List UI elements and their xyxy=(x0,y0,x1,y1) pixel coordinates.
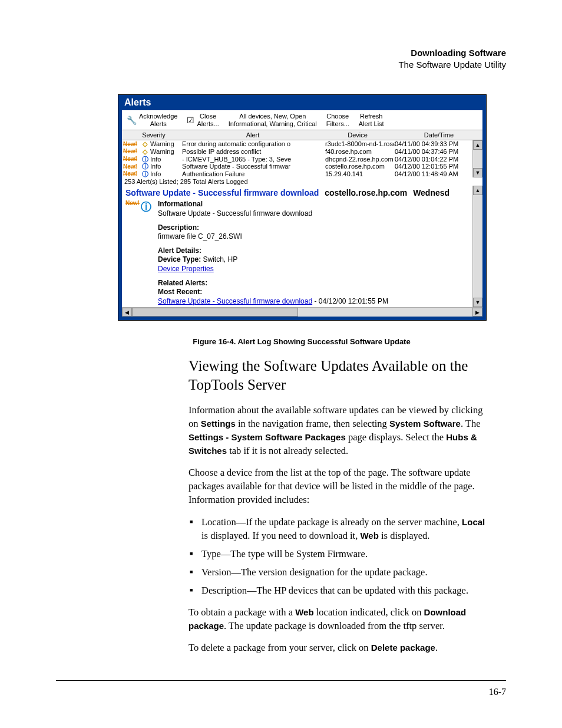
paragraph: Information about the available software… xyxy=(189,403,491,457)
acknowledge-alerts-button[interactable]: 🔧 Acknowledge Alerts xyxy=(122,111,182,129)
list-item: Version—The version designation for the … xyxy=(201,565,491,579)
related-alerts-label: Related Alerts: xyxy=(158,279,207,287)
scroll-down-icon[interactable]: ▼ xyxy=(473,298,482,307)
warning-icon xyxy=(141,148,149,156)
refresh-button[interactable]: Refresh Alert List xyxy=(354,111,389,129)
table-row[interactable]: New! Warning Possible IP address conflic… xyxy=(122,148,472,156)
description-label: Description: xyxy=(158,223,199,232)
scroll-up-icon[interactable]: ▲ xyxy=(473,186,482,195)
window-title: Alerts xyxy=(118,95,486,110)
status-bar: 253 Alert(s) Listed; 285 Total Alerts Lo… xyxy=(122,177,482,186)
warning-icon xyxy=(141,140,149,148)
detail-title: Software Update - Successful firmware do… xyxy=(125,188,469,197)
col-device[interactable]: Device xyxy=(320,130,395,140)
col-alert[interactable]: Alert xyxy=(186,130,320,140)
page-header: Downloading Software The Software Update… xyxy=(398,47,506,71)
scroll-left-icon[interactable]: ◀ xyxy=(122,308,132,317)
table-row[interactable]: New! Info - ICMEVT_HUB_1065 - Type: 3, S… xyxy=(122,156,472,163)
list-item: Description—The HP devices that can be u… xyxy=(201,584,491,597)
paragraph: Choose a device from the list at the top… xyxy=(189,466,491,506)
ack-icon: 🔧 xyxy=(127,116,137,125)
device-properties-link[interactable]: Device Properties xyxy=(158,265,214,273)
checkbox-icon: ☑ xyxy=(187,116,194,125)
most-recent-label: Most Recent: xyxy=(158,288,202,296)
paragraph: To delete a package from your server, cl… xyxy=(189,641,491,654)
scroll-down-icon[interactable]: ▼ xyxy=(473,168,482,177)
paragraph: To obtain a package with a Web location … xyxy=(189,605,491,633)
scroll-thumb[interactable] xyxy=(132,308,298,317)
column-headers: Severity Alert Device Date/Time xyxy=(122,130,482,140)
close-alerts-button[interactable]: ☑ Close Alerts... xyxy=(182,111,223,129)
footer-rule xyxy=(56,680,506,681)
vertical-scrollbar[interactable]: ▲ ▼ xyxy=(472,140,482,177)
header-subtitle: The Software Update Utility xyxy=(398,59,506,71)
description-text: firmware file C_07_26.SWI xyxy=(158,232,242,241)
list-item: Type—The type will be System Firmware. xyxy=(201,547,491,561)
detail-vertical-scrollbar[interactable]: ▲ ▼ xyxy=(472,186,482,307)
col-datetime[interactable]: Date/Time xyxy=(395,130,482,140)
bullet-list: Location—If the update package is alread… xyxy=(189,515,491,597)
table-row[interactable]: New! Warning Error during automatic conf… xyxy=(122,140,472,148)
alert-rows: New! Warning Error during automatic conf… xyxy=(122,140,472,177)
info-icon xyxy=(141,163,149,170)
table-row[interactable]: New! Info Authentication Failure 15.29.4… xyxy=(122,170,472,178)
figure-caption: Figure 16-4. Alert Log Showing Successfu… xyxy=(118,337,485,346)
related-alert-link[interactable]: Software Update - Successful firmware do… xyxy=(158,297,312,305)
col-severity[interactable]: Severity xyxy=(122,130,186,140)
horizontal-scrollbar[interactable]: ◀ ▶ xyxy=(122,307,482,317)
info-icon: ⓘ xyxy=(141,200,151,214)
scroll-right-icon[interactable]: ▶ xyxy=(472,308,482,317)
list-item: Location—If the update package is alread… xyxy=(201,515,491,542)
alerts-window: Alerts 🔧 Acknowledge Alerts ☑ Close Aler… xyxy=(118,94,487,321)
table-row[interactable]: New! Info Software Update - Successful f… xyxy=(122,163,472,170)
page-number: 16-7 xyxy=(489,687,506,697)
header-title: Downloading Software xyxy=(398,47,506,59)
device-type-label: Device Type: xyxy=(158,255,201,263)
section-heading: Viewing the Software Updates Available o… xyxy=(189,357,491,394)
alert-details-label: Alert Details: xyxy=(158,246,201,255)
choose-filters-button[interactable]: Choose Filters... xyxy=(322,111,354,129)
info-icon xyxy=(141,156,149,163)
body-text: Viewing the Software Updates Available o… xyxy=(189,357,491,654)
toolbar: 🔧 Acknowledge Alerts ☑ Close Alerts... A… xyxy=(122,110,482,130)
alert-detail-pane: Software Update - Successful firmware do… xyxy=(122,186,472,307)
informational-text: Software Update - Successful firmware do… xyxy=(158,209,312,218)
informational-label: Informational xyxy=(158,200,203,208)
info-icon xyxy=(141,170,149,178)
scroll-up-icon[interactable]: ▲ xyxy=(473,140,482,150)
detail-severity-badge: New!ⓘ xyxy=(125,200,158,307)
filter-summary: All devices, New, Open Informational, Wa… xyxy=(224,111,322,129)
